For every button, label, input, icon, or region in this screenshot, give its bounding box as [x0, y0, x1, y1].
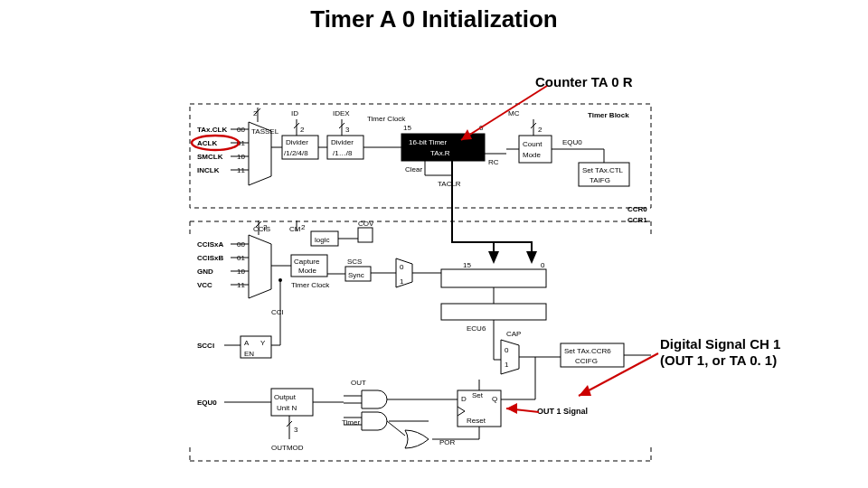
svg-text:Set TAx.CTL: Set TAx.CTL: [582, 166, 624, 174]
svg-rect-109: [441, 269, 546, 287]
svg-text:EQU0: EQU0: [197, 399, 217, 407]
svg-text:Timer Clock: Timer Clock: [291, 281, 330, 289]
svg-text:OUTMOD: OUTMOD: [271, 444, 304, 452]
svg-text:INCLK: INCLK: [197, 166, 220, 174]
svg-text:CAP: CAP: [506, 330, 521, 338]
svg-line-158: [387, 421, 405, 436]
svg-text:00: 00: [237, 126, 245, 134]
svg-text:CCIFG: CCIFG: [575, 357, 598, 365]
svg-text:2: 2: [301, 223, 306, 231]
svg-text:Unit N: Unit N: [277, 404, 297, 412]
svg-text:0: 0: [541, 261, 545, 269]
svg-marker-173: [579, 385, 591, 396]
svg-text:10: 10: [237, 153, 245, 161]
svg-text:TAIFG: TAIFG: [590, 176, 610, 184]
svg-rect-115: [441, 304, 546, 320]
svg-text:A: A: [244, 339, 250, 347]
svg-text:CCR0: CCR0: [627, 205, 647, 213]
svg-text:10: 10: [237, 267, 245, 276]
svg-text:2: 2: [263, 223, 268, 231]
svg-marker-71: [249, 235, 271, 298]
svg-text:Mode: Mode: [523, 151, 542, 159]
svg-text:TACLR: TACLR: [438, 180, 461, 188]
svg-text:TAx.R: TAx.R: [430, 149, 450, 157]
svg-text:00: 00: [237, 240, 245, 249]
svg-text:ACLK: ACLK: [197, 139, 217, 147]
svg-text:SMCLK: SMCLK: [197, 153, 223, 161]
svg-rect-93: [358, 228, 373, 242]
svg-text:Set: Set: [472, 391, 484, 399]
svg-marker-130: [501, 340, 519, 374]
svg-text:ECU6: ECU6: [467, 324, 486, 333]
svg-text:15: 15: [403, 124, 411, 132]
svg-text:OUT: OUT: [351, 379, 366, 387]
svg-marker-105: [396, 258, 412, 287]
svg-text:Timer Clock: Timer Clock: [367, 115, 406, 123]
svg-text:2: 2: [538, 126, 542, 134]
svg-text:Divider: Divider: [286, 138, 308, 146]
svg-marker-174: [506, 403, 517, 414]
svg-text:COV: COV: [358, 220, 374, 228]
svg-text:Count: Count: [523, 140, 542, 148]
svg-text:VCC: VCC: [197, 281, 212, 289]
svg-point-121: [278, 278, 282, 282]
svg-text:EN: EN: [244, 350, 254, 358]
svg-text:CCIS: CCIS: [253, 225, 270, 233]
svg-text:CCR1: CCR1: [627, 216, 647, 224]
svg-text:SCCI: SCCI: [197, 342, 214, 350]
svg-text:0: 0: [400, 263, 404, 271]
svg-text:11: 11: [237, 166, 245, 174]
svg-text:1: 1: [505, 361, 509, 369]
svg-text:MC: MC: [508, 109, 520, 117]
svg-text:D: D: [461, 395, 467, 403]
svg-text:Mode: Mode: [298, 267, 317, 275]
svg-text:3: 3: [294, 426, 298, 434]
timer-block-diagram: TASSEL 2 TAx.CLK ACLK SMCLK INCLK 00 01 …: [0, 0, 868, 488]
svg-text:logic: logic: [315, 236, 329, 244]
svg-text:ID: ID: [291, 109, 298, 117]
svg-text:RC: RC: [488, 158, 499, 166]
svg-text:Q: Q: [492, 395, 497, 403]
svg-text:Output: Output: [274, 393, 297, 401]
svg-text:TASSEL: TASSEL: [251, 127, 279, 136]
arrow-counter: [461, 86, 547, 140]
svg-text:/1/2/4/8: /1/2/4/8: [284, 149, 308, 157]
svg-text:CM: CM: [289, 225, 301, 233]
svg-text:11: 11: [237, 281, 245, 289]
svg-text:Y: Y: [260, 339, 266, 347]
svg-text:Sync: Sync: [348, 271, 364, 279]
svg-marker-112: [526, 251, 537, 264]
svg-text:Capture: Capture: [294, 258, 320, 266]
svg-text:Reset: Reset: [467, 417, 486, 425]
svg-text:Divider: Divider: [331, 138, 354, 146]
svg-text:Set TAx.CCR6: Set TAx.CCR6: [564, 347, 611, 355]
svg-text:SCS: SCS: [347, 258, 362, 266]
svg-text:3: 3: [345, 126, 350, 134]
svg-text:2: 2: [300, 126, 305, 134]
svg-text:CCISxA: CCISxA: [197, 240, 224, 249]
svg-text:Clear: Clear: [405, 165, 422, 174]
svg-text:01: 01: [237, 254, 245, 262]
svg-text:Timer Block: Timer Block: [588, 111, 629, 119]
svg-text:1: 1: [400, 277, 404, 286]
svg-marker-111: [488, 251, 499, 264]
svg-text:16-bit Timer: 16-bit Timer: [409, 138, 448, 146]
svg-text:EQU0: EQU0: [562, 138, 582, 146]
svg-text:/1…/8: /1…/8: [333, 149, 353, 157]
svg-text:TAx.CLK: TAx.CLK: [197, 126, 227, 134]
svg-text:0: 0: [505, 346, 509, 354]
svg-text:GND: GND: [197, 267, 213, 276]
svg-text:IDEX: IDEX: [333, 109, 350, 117]
svg-text:CCISxB: CCISxB: [197, 254, 224, 262]
svg-text:15: 15: [463, 261, 471, 269]
svg-text:CCI: CCI: [271, 308, 284, 316]
